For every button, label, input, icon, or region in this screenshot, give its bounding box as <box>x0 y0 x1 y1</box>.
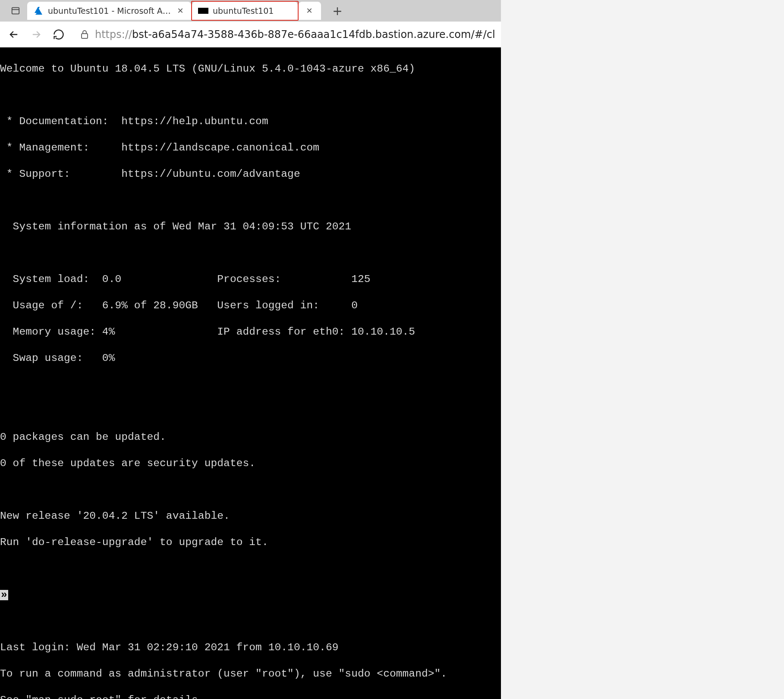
tab-strip: ubuntuTest101 - Microsoft Azure ✕ ubuntu… <box>0 0 501 22</box>
motd-line: Welcome to Ubuntu 18.04.5 LTS (GNU/Linux… <box>0 63 501 76</box>
svg-rect-1 <box>82 34 88 38</box>
tab-actions-icon[interactable] <box>3 2 27 19</box>
motd-line: * Documentation: https://help.ubuntu.com <box>0 115 501 129</box>
tab-title: ubuntuTest101 <box>213 6 292 16</box>
motd-line <box>0 378 501 392</box>
motd-line <box>0 247 501 260</box>
sysinfo-line: Memory usage: 4% IP address for eth0: 10… <box>0 326 501 339</box>
last-login-line: Last login: Wed Mar 31 02:29:10 2021 fro… <box>0 641 501 655</box>
updates-line: 0 packages can be updated. <box>0 431 501 444</box>
motd-line <box>0 89 501 102</box>
tab-azure-portal[interactable]: ubuntuTest101 - Microsoft Azure ✕ <box>27 2 191 20</box>
close-icon[interactable]: ✕ <box>305 6 314 16</box>
updates-line: 0 of these updates are security updates. <box>0 457 501 470</box>
address-bar[interactable]: https://bst-a6a54a74-3588-436b-887e-66aa… <box>75 28 495 41</box>
sudo-notice-line: To run a command as administrator (user … <box>0 668 501 681</box>
browser-toolbar: https://bst-a6a54a74-3588-436b-887e-66aa… <box>0 22 501 47</box>
motd-line <box>0 562 501 576</box>
expand-marker[interactable]: » <box>0 589 501 602</box>
sysinfo-line: Usage of /: 6.9% of 28.90GB Users logged… <box>0 299 501 313</box>
tab-title: ubuntuTest101 - Microsoft Azure <box>48 6 171 16</box>
sysinfo-line: Swap usage: 0% <box>0 352 501 365</box>
active-tab-highlight: ubuntuTest101 <box>191 1 299 21</box>
motd-line: * Support: https://ubuntu.com/advantage <box>0 168 501 181</box>
new-tab-button[interactable]: + <box>329 2 346 19</box>
motd-line <box>0 404 501 418</box>
back-button[interactable] <box>8 28 20 41</box>
azure-icon <box>33 7 44 15</box>
motd-line <box>0 194 501 207</box>
tab-bastion-session[interactable]: ubuntuTest101 <box>192 2 298 20</box>
refresh-button[interactable] <box>53 28 65 41</box>
browser-chrome: ubuntuTest101 - Microsoft Azure ✕ ubuntu… <box>0 0 501 47</box>
release-line: Run 'do-release-upgrade' to upgrade to i… <box>0 536 501 549</box>
motd-line: System information as of Wed Mar 31 04:0… <box>0 220 501 234</box>
motd-line <box>0 483 501 497</box>
lock-icon <box>80 29 89 40</box>
sysinfo-line: System load: 0.0 Processes: 125 <box>0 273 501 286</box>
forward-button[interactable] <box>30 28 42 41</box>
tab-bastion-tail[interactable]: ✕ <box>299 2 321 20</box>
terminal-output[interactable]: Welcome to Ubuntu 18.04.5 LTS (GNU/Linux… <box>0 47 501 699</box>
release-line: New release '20.04.2 LTS' available. <box>0 510 501 523</box>
terminal-icon <box>198 7 208 15</box>
url-text: https://bst-a6a54a74-3588-436b-887e-66aa… <box>95 28 495 41</box>
svg-rect-0 <box>12 8 19 14</box>
motd-line <box>0 615 501 628</box>
motd-line: * Management: https://landscape.canonica… <box>0 141 501 155</box>
close-icon[interactable]: ✕ <box>176 6 185 16</box>
sudo-notice-line: See "man sudo_root" for details. <box>0 694 501 699</box>
